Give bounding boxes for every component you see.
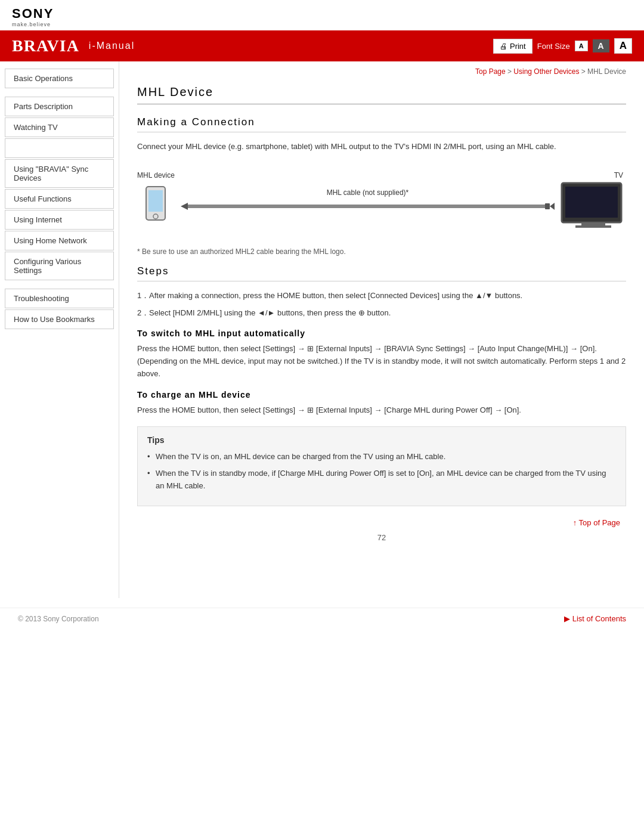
sidebar-label: How to Use Bookmarks: [14, 315, 95, 324]
subsection-charge-title: To charge an MHL device: [137, 390, 626, 400]
font-size-label: Font Size: [537, 42, 570, 51]
tips-title: Tips: [147, 435, 616, 445]
svg-rect-11: [575, 225, 611, 228]
breadcrumb-sep2: >: [581, 67, 587, 76]
steps-list: 1． After making a connection, press the …: [137, 290, 626, 320]
sidebar-item-using-other-devices[interactable]: Using Other Devices: [5, 138, 114, 158]
top-of-page-nav: ↑ Top of Page: [137, 518, 626, 527]
footer-bottom: © 2013 Sony Corporation ▶ List of Conten…: [0, 608, 644, 629]
copyright-text: © 2013 Sony Corporation: [18, 615, 99, 623]
sidebar-label: Parts Description: [14, 102, 73, 111]
sidebar-label: Using Other Devices: [14, 144, 85, 153]
svg-rect-6: [545, 203, 550, 209]
subsection-switch-title: To switch to MHL input automatically: [137, 329, 626, 338]
connection-description: Connect your MHL device (e.g. smartphone…: [137, 141, 626, 153]
bravia-logo: BRAVIA: [12, 36, 79, 55]
sidebar-label: Using Internet: [14, 215, 62, 224]
sidebar-item-watching-tv[interactable]: Watching TV: [5, 117, 114, 137]
sidebar-item-basic-operations[interactable]: Basic Operations: [5, 69, 114, 88]
breadcrumb-current: MHL Device: [587, 67, 626, 76]
sidebar-label: Watching TV: [14, 123, 58, 132]
list-of-contents-link[interactable]: ▶ List of Contents: [564, 614, 626, 623]
mhl-device-image: MHL device: [137, 171, 175, 229]
tip-1: When the TV is on, an MHL device can be …: [147, 451, 616, 463]
sidebar-item-troubleshooting[interactable]: Troubleshooting: [5, 289, 114, 308]
sidebar-label: Using "BRAVIA" Sync Devices: [14, 165, 88, 182]
left-connector-icon: [181, 200, 199, 212]
breadcrumb: Top Page > Using Other Devices > MHL Dev…: [137, 67, 626, 76]
print-button[interactable]: 🖨 Print: [493, 39, 532, 54]
cable-section: MHL cable (not supplied)*: [181, 188, 555, 212]
list-arrow-icon: ▶: [564, 614, 572, 623]
tv-svg: [561, 182, 626, 230]
section-steps: Steps: [137, 265, 626, 281]
header-right: 🖨 Print Font Size A A A: [493, 38, 632, 54]
svg-rect-9: [565, 187, 618, 218]
font-medium-button[interactable]: A: [593, 39, 609, 52]
breadcrumb-top-page[interactable]: Top Page: [475, 67, 506, 76]
step-1-num: 1．: [137, 290, 149, 302]
section-making-connection: Making a Connection: [137, 116, 626, 132]
sidebar-label: Useful Functions: [14, 194, 72, 203]
tip-2: When the TV is in standby mode, if [Char…: [147, 467, 616, 493]
sidebar-label: Basic Operations: [14, 74, 73, 83]
breadcrumb-using-other-devices[interactable]: Using Other Devices: [513, 67, 579, 76]
sidebar-label: Using Home Network: [14, 236, 87, 245]
page-number: 72: [137, 527, 626, 548]
tips-box: Tips When the TV is on, an MHL device ca…: [137, 426, 626, 506]
sony-logo: SONY: [12, 6, 632, 21]
cable-body: [199, 205, 531, 208]
font-small-button[interactable]: A: [575, 41, 588, 51]
font-large-button[interactable]: A: [614, 38, 632, 54]
top-of-page-link[interactable]: ↑ Top of Page: [573, 518, 620, 527]
top-of-page-text: Top of Page: [579, 518, 620, 527]
tips-list: When the TV is on, an MHL device can be …: [147, 451, 616, 493]
header-left: BRAVIA i-Manual: [12, 36, 135, 55]
sidebar-item-how-to-use-bookmarks[interactable]: How to Use Bookmarks: [5, 309, 114, 329]
sidebar-item-using-bravia-sync[interactable]: Using "BRAVIA" Sync Devices: [5, 159, 114, 188]
sidebar-section-main: Basic Operations Parts Description Watch…: [0, 69, 119, 329]
print-label: Print: [510, 42, 526, 51]
tv-label: TV: [614, 171, 623, 179]
mhl-diagram: MHL device MHL cable (not supplied)*: [137, 165, 626, 236]
page-title: MHL Device: [137, 85, 626, 104]
svg-rect-5: [531, 205, 545, 208]
sony-logo-area: SONY make.believe: [0, 0, 644, 30]
charge-text: Press the HOME button, then select [Sett…: [137, 404, 626, 417]
right-connector-icon: [531, 200, 555, 212]
content-area: Top Page > Using Other Devices > MHL Dev…: [119, 61, 644, 598]
step-2-num: 2．: [137, 307, 149, 320]
step-1: 1． After making a connection, press the …: [137, 290, 626, 302]
step-1-text: After making a connection, press the HOM…: [149, 291, 522, 300]
sidebar-label: Troubleshooting: [14, 294, 69, 303]
switch-text: Press the HOME button, then select [Sett…: [137, 343, 626, 380]
sidebar-item-using-internet[interactable]: Using Internet: [5, 210, 114, 230]
step-2-text: Select [HDMI 2/MHL] using the ◄/► button…: [149, 308, 391, 317]
main-layout: Basic Operations Parts Description Watch…: [0, 61, 644, 598]
svg-rect-1: [148, 190, 163, 212]
cable-line: [181, 200, 555, 212]
step-2: 2． Select [HDMI 2/MHL] using the ◄/► but…: [137, 307, 626, 320]
tv-image: TV: [561, 171, 626, 230]
phone-svg: [144, 185, 168, 227]
top-arrow-icon: ↑: [573, 518, 579, 527]
sidebar-item-configuring-various[interactable]: Configuring Various Settings: [5, 252, 114, 280]
cable-label: MHL cable (not supplied)*: [327, 188, 409, 197]
svg-rect-4: [188, 205, 199, 208]
svg-marker-3: [181, 203, 188, 210]
sidebar-item-parts-description[interactable]: Parts Description: [5, 97, 114, 116]
sidebar-item-useful-functions[interactable]: Useful Functions: [5, 189, 114, 209]
sidebar-label: Configuring Various Settings: [14, 257, 81, 275]
breadcrumb-sep1: >: [507, 67, 513, 76]
sony-tagline: make.believe: [12, 21, 632, 27]
sidebar-item-using-home-network[interactable]: Using Home Network: [5, 231, 114, 250]
diagram-note: * Be sure to use an authorized MHL2 cabl…: [137, 247, 626, 256]
print-icon: 🖨: [500, 42, 507, 51]
list-of-contents-text: List of Contents: [572, 614, 626, 623]
header-bar: BRAVIA i-Manual 🖨 Print Font Size A A A: [0, 30, 644, 61]
svg-marker-7: [550, 203, 555, 210]
mhl-device-label: MHL device: [137, 171, 175, 179]
imanual-text: i-Manual: [89, 41, 135, 51]
sidebar: Basic Operations Parts Description Watch…: [0, 61, 119, 598]
